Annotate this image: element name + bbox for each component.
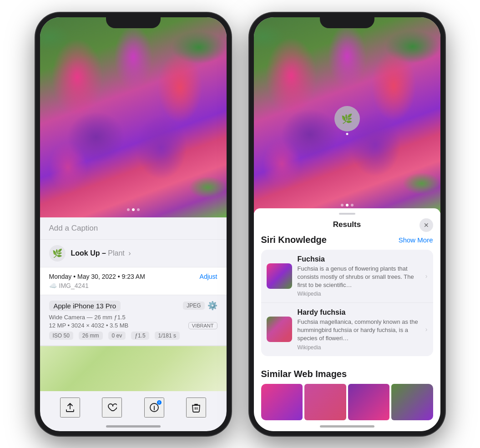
- camera-specs: 12 MP • 3024 × 4032 • 3.5 MB VIBRANT: [49, 322, 217, 329]
- similar-image-2[interactable]: [304, 384, 346, 420]
- visual-intelligence-button[interactable]: 🌿: [334, 106, 360, 131]
- caption-placeholder[interactable]: Add a Caption: [49, 224, 98, 232]
- cloud-icon: ☁️: [49, 282, 57, 289]
- close-button[interactable]: ✕: [419, 218, 433, 232]
- exif-focal: 26 mm: [79, 332, 103, 340]
- fuchsia-chevron: ›: [425, 272, 428, 280]
- fuchsia-thumb: [267, 263, 292, 289]
- knowledge-item-fuchsia[interactable]: Fuchsia Fuchsia is a genus of flowering …: [261, 250, 433, 303]
- exif-ev: 0 ev: [108, 332, 126, 340]
- right-phone: 🌿 Results ✕ Siri Knowledge Show More: [249, 13, 445, 436]
- exif-row: ISO 50 26 mm 0 ev ƒ1.5 1/181 s: [49, 332, 217, 340]
- flower-photo[interactable]: [40, 17, 227, 217]
- right-dot-3: [351, 204, 354, 206]
- share-button[interactable]: [60, 398, 80, 418]
- caption-area[interactable]: Add a Caption: [40, 217, 227, 240]
- dot-1: [127, 208, 130, 211]
- left-screen: Add a Caption 🌿 Look Up – Plant › Monday…: [40, 17, 227, 431]
- lookup-row[interactable]: 🌿 Look Up – Plant ›: [40, 240, 227, 267]
- fuchsia-name: Fuchsia: [298, 255, 420, 263]
- camera-section: Apple iPhone 13 Pro JPEG ⚙️ Wide Camera …: [40, 295, 227, 346]
- map-section[interactable]: [40, 346, 227, 391]
- meta-filename: ☁️ IMG_4241: [49, 282, 217, 289]
- siri-knowledge-title: Siri Knowledge: [261, 235, 327, 245]
- lookup-label: Look Up – Plant ›: [71, 249, 131, 257]
- fuchsia-content: Fuchsia Fuchsia is a genus of flowering …: [298, 255, 420, 297]
- home-indicator: [106, 425, 161, 428]
- siri-knowledge-header: Siri Knowledge Show More: [261, 235, 433, 245]
- delete-button[interactable]: [186, 398, 206, 418]
- knowledge-item-hardy[interactable]: Hardy fuchsia Fuchsia magellanica, commo…: [261, 303, 433, 356]
- sheet-header: Results ✕: [254, 218, 440, 235]
- info-button[interactable]: i: [144, 398, 164, 418]
- lookup-chevron: ›: [128, 249, 131, 257]
- leaf-icon: 🌿: [52, 248, 62, 258]
- vibrant-badge: VIBRANT: [188, 322, 217, 329]
- vi-leaf-icon: 🌿: [341, 113, 353, 124]
- right-dot-1: [341, 204, 344, 206]
- meta-date-row: Monday • May 30, 2022 • 9:23 AM Adjust: [49, 273, 217, 280]
- right-screen: 🌿 Results ✕ Siri Knowledge Show More: [254, 17, 440, 431]
- camera-header: Apple iPhone 13 Pro JPEG ⚙️: [49, 301, 217, 311]
- camera-settings-icon[interactable]: ⚙️: [207, 301, 217, 311]
- adjust-button[interactable]: Adjust: [200, 273, 217, 280]
- show-more-button[interactable]: Show More: [399, 236, 433, 244]
- jpeg-badge: JPEG: [183, 302, 204, 310]
- similar-title: Similar Web Images: [261, 369, 433, 379]
- camera-model: Apple iPhone 13 Pro: [49, 301, 121, 311]
- fuchsia-desc: Fuchsia is a genus of flowering plants t…: [298, 265, 420, 290]
- exif-aperture: ƒ1.5: [131, 332, 149, 340]
- results-sheet: Results ✕ Siri Knowledge Show More Fuchs: [254, 208, 440, 431]
- right-home-indicator: [320, 425, 374, 428]
- exif-iso: ISO 50: [49, 332, 73, 340]
- dot-3: [137, 208, 140, 211]
- similar-grid: [261, 384, 433, 420]
- similar-image-3[interactable]: [348, 384, 390, 420]
- sheet-handle: [339, 213, 355, 215]
- left-phone: Add a Caption 🌿 Look Up – Plant › Monday…: [35, 13, 231, 436]
- fuchsia-source: Wikipedia: [298, 291, 420, 297]
- hardy-desc: Fuchsia magellanica, commonly known as t…: [298, 318, 420, 343]
- vi-dot: [346, 133, 348, 135]
- toolbar: i: [40, 393, 227, 422]
- wide-camera: Wide Camera — 26 mm ƒ1.5: [49, 314, 217, 321]
- similar-section: Similar Web Images: [254, 363, 440, 420]
- siri-knowledge-section: Siri Knowledge Show More Fuchsia Fuchsia…: [254, 235, 440, 363]
- hardy-content: Hardy fuchsia Fuchsia magellanica, commo…: [298, 308, 420, 351]
- notch: [106, 13, 161, 28]
- photo-dots: [127, 208, 140, 211]
- right-dot-2: [346, 204, 349, 206]
- right-photo-dots: [341, 204, 354, 206]
- sheet-title: Results: [333, 220, 361, 229]
- similar-image-4[interactable]: [391, 384, 433, 420]
- meta-section: Monday • May 30, 2022 • 9:23 AM Adjust ☁…: [40, 267, 227, 295]
- hardy-chevron: ›: [425, 326, 428, 333]
- knowledge-card: Fuchsia Fuchsia is a genus of flowering …: [261, 250, 433, 356]
- favorite-button[interactable]: [102, 398, 122, 418]
- lookup-icon: 🌿: [49, 245, 66, 262]
- hardy-name: Hardy fuchsia: [298, 308, 420, 317]
- dot-2: [132, 208, 135, 211]
- photo-date: Monday • May 30, 2022 • 9:23 AM: [49, 273, 145, 280]
- hardy-thumb: [267, 317, 292, 342]
- similar-image-1[interactable]: [261, 384, 303, 420]
- exif-shutter: 1/181 s: [155, 332, 180, 340]
- hardy-source: Wikipedia: [298, 344, 420, 351]
- right-notch: [320, 13, 374, 28]
